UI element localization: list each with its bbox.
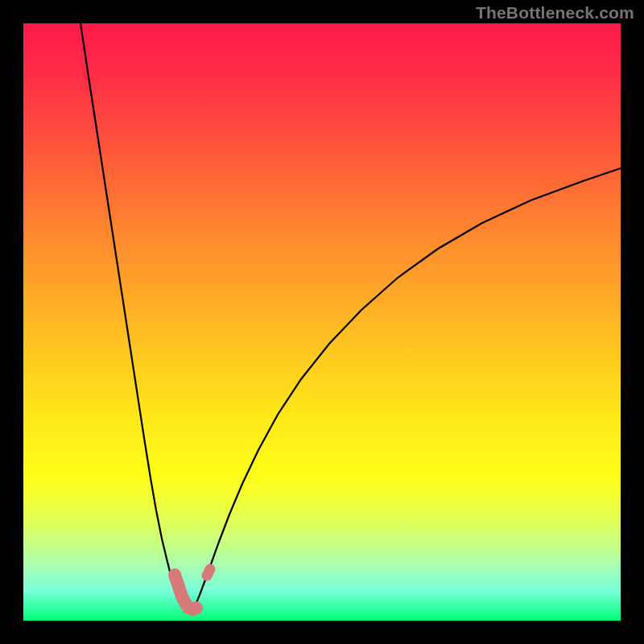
highlight-marker-right xyxy=(207,569,210,576)
highlight-marker-left xyxy=(175,575,196,609)
plot-area xyxy=(23,23,621,621)
attribution-text: TheBottleneck.com xyxy=(476,3,634,23)
curve-layer xyxy=(23,23,621,621)
right-curve xyxy=(192,168,621,611)
chart-frame: TheBottleneck.com xyxy=(0,0,644,644)
left-curve xyxy=(80,23,184,611)
